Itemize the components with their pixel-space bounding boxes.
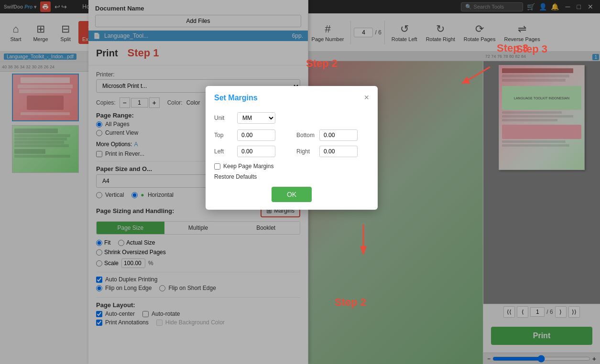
modal-title: Set Margins	[214, 94, 258, 102]
right-input[interactable]	[319, 146, 358, 157]
keep-margins-checkbox[interactable]	[214, 163, 220, 170]
unit-label: Unit	[214, 115, 233, 121]
right-label: Right	[296, 148, 316, 155]
modal-close-button[interactable]: ×	[364, 93, 369, 103]
top-field-row: Top	[214, 129, 287, 141]
bottom-field-row: Bottom	[296, 129, 369, 141]
modal-body: Unit MM IN PT Top	[206, 107, 378, 210]
keep-margins-row: Keep Page Margins	[214, 163, 369, 170]
left-field-row: Left	[214, 146, 287, 157]
unit-select[interactable]: MM IN PT	[237, 112, 275, 124]
left-label: Left	[214, 148, 233, 155]
top-label: Top	[214, 132, 233, 139]
keep-margins-label: Keep Page Margins	[223, 163, 273, 170]
ok-button[interactable]: OK	[272, 187, 312, 202]
top-field: Top	[214, 129, 287, 141]
right-field: Right	[296, 146, 369, 157]
right-field-row: Right	[296, 146, 369, 157]
modal-overlay: Set Margins × Unit MM IN PT Top	[0, 0, 600, 364]
bottom-label: Bottom	[296, 132, 316, 139]
left-input[interactable]	[237, 146, 275, 157]
margin-grid: Top Bottom Left	[214, 129, 369, 157]
bottom-input[interactable]	[319, 129, 358, 141]
unit-row: Unit MM IN PT	[214, 112, 369, 124]
modal-header: Set Margins ×	[206, 86, 378, 107]
top-input[interactable]	[237, 129, 275, 141]
restore-defaults-link[interactable]: Restore Defaults	[214, 173, 369, 180]
bottom-field: Bottom	[296, 129, 369, 141]
left-field: Left	[214, 146, 287, 157]
set-margins-modal: Set Margins × Unit MM IN PT Top	[206, 86, 378, 210]
